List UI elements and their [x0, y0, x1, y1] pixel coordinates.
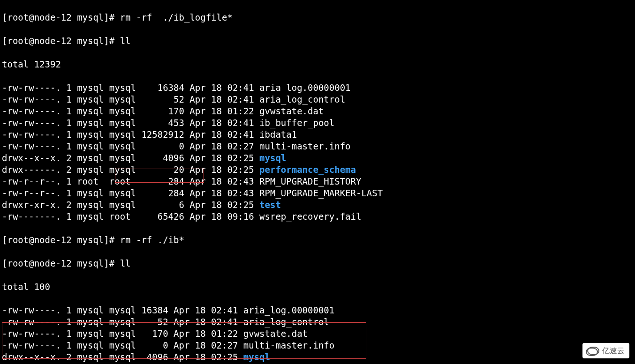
- file-name: ib_buffer_pool: [259, 118, 334, 128]
- ls-entry: -rw-rw----. 1 mysql mysql 453 Apr 18 02:…: [2, 117, 633, 129]
- ls-entry: -rw-r--r--. 1 root root 284 Apr 18 02:43…: [2, 176, 633, 187]
- file-name: multi-master.info: [259, 141, 350, 151]
- ls-entry: -rw-rw----. 1 mysql mysql 16384 Apr 18 0…: [2, 305, 633, 316]
- file-name: wsrep_recovery.fail: [259, 211, 361, 222]
- terminal[interactable]: [root@node-12 mysql]# rm -rf ./ib_logfil…: [0, 0, 635, 364]
- ls-entry: -rw-rw----. 1 mysql mysql 52 Apr 18 02:4…: [2, 316, 633, 328]
- prompt-line: [root@node-12 mysql]# rm -rf ./ib_logfil…: [2, 12, 633, 23]
- ls-entry: -rw-------. 1 mysql root 65426 Apr 18 09…: [2, 211, 633, 223]
- ls-entry: -rw-rw----. 1 mysql mysql 170 Apr 18 01:…: [2, 328, 633, 340]
- total-line: total 100: [2, 281, 633, 293]
- file-name: gvwstate.dat: [243, 328, 308, 339]
- file-name: RPM_UPGRADE_HISTORY: [259, 176, 361, 186]
- file-name: RPM_UPGRADE_MARKER-LAST: [259, 188, 383, 198]
- directory-name: test: [259, 200, 281, 210]
- ls-entry: drwx--x--x. 2 mysql mysql 4096 Apr 18 02…: [2, 351, 633, 363]
- directory-name: mysql: [243, 352, 270, 362]
- ls-entry: drwx------. 2 mysql mysql 20 Apr 18 02:2…: [2, 164, 633, 176]
- ls-entry: -rw-rw----. 1 mysql mysql 0 Apr 18 02:27…: [2, 340, 633, 351]
- watermark: 亿速云: [582, 343, 629, 358]
- ls-entry: drwx--x--x. 2 mysql mysql 4096 Apr 18 02…: [2, 152, 633, 164]
- ls-entry: drwxr-xr-x. 2 mysql mysql 6 Apr 18 02:25…: [2, 199, 633, 211]
- file-name: aria_log_control: [243, 317, 329, 327]
- watermark-logo-icon: [587, 347, 599, 355]
- ls-entry: -rw-rw----. 1 mysql mysql 0 Apr 18 02:27…: [2, 141, 633, 152]
- file-name: aria_log.00000001: [243, 305, 334, 315]
- ls-entry: -rw-rw----. 1 mysql mysql 170 Apr 18 01:…: [2, 105, 633, 117]
- ls-entry: -rw-rw----. 1 mysql mysql 52 Apr 18 02:4…: [2, 94, 633, 105]
- ls-entry: -rw-rw----. 1 mysql mysql 12582912 Apr 1…: [2, 129, 633, 141]
- ls-entry: -rw-r--r--. 1 mysql mysql 284 Apr 18 02:…: [2, 187, 633, 199]
- ls-entry: -rw-rw----. 1 mysql mysql 16384 Apr 18 0…: [2, 82, 633, 94]
- prompt-line: [root@node-12 mysql]# ll: [2, 258, 633, 269]
- watermark-text: 亿速云: [602, 345, 625, 357]
- directory-name: mysql: [259, 153, 286, 163]
- file-name: aria_log_control: [259, 94, 345, 104]
- file-name: aria_log.00000001: [259, 82, 350, 93]
- file-name: ibdata1: [259, 129, 297, 140]
- prompt-line: [root@node-12 mysql]# ll: [2, 35, 633, 47]
- prompt-line: [root@node-12 mysql]# rm -rf ./ib*: [2, 234, 633, 246]
- file-name: multi-master.info: [243, 340, 334, 350]
- total-line: total 12392: [2, 59, 633, 70]
- file-name: gvwstate.dat: [259, 106, 324, 116]
- directory-name: performance_schema: [259, 164, 356, 175]
